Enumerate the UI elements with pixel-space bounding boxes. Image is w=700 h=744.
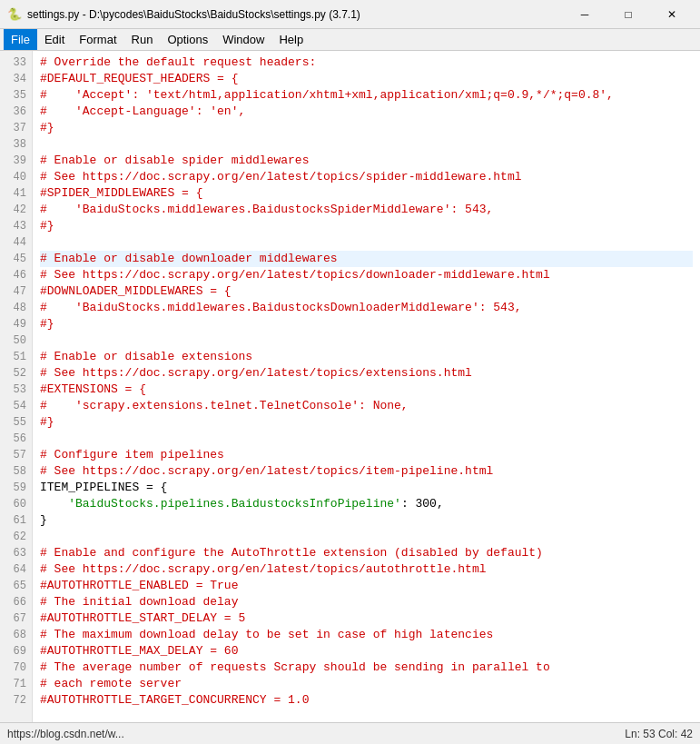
line-number: 65 [4,578,26,594]
code-line [40,136,693,153]
code-line: # Enable or disable downloader middlewar… [40,251,693,267]
code-line: # Enable or disable extensions [40,349,693,365]
code-line: #AUTOTHROTTLE_TARGET_CONCURRENCY = 1.0 [40,692,693,709]
line-number: 71 [4,676,26,692]
code-line: #} [40,120,693,136]
code-line: # 'Accept': 'text/html,application/xhtml… [40,87,693,104]
code-line: # See https://doc.scrapy.org/en/latest/t… [40,267,693,283]
code-line [40,332,693,349]
code-line: # See https://doc.scrapy.org/en/latest/t… [40,365,693,382]
line-number: 58 [4,463,26,480]
line-number: 63 [4,545,26,561]
line-number: 48 [4,300,26,316]
code-line: #AUTOTHROTTLE_ENABLED = True [40,578,693,594]
line-number: 56 [4,431,26,447]
line-number: 51 [4,349,26,365]
line-number: 57 [4,447,26,463]
code-line: #DEFAULT_REQUEST_HEADERS = { [40,71,693,87]
line-number: 55 [4,414,26,431]
line-number: 67 [4,610,26,627]
window-controls: ─ □ ✕ [564,0,693,29]
line-number: 37 [4,120,26,136]
menu-window[interactable]: Window [215,29,271,50]
menu-help[interactable]: Help [271,29,311,50]
code-line: # 'scrapy.extensions.telnet.TelnetConsol… [40,398,693,414]
line-number: 50 [4,332,26,349]
line-number: 54 [4,398,26,414]
code-line: # Configure item pipelines [40,447,693,463]
menu-edit[interactable]: Edit [37,29,72,50]
line-number: 62 [4,529,26,545]
code-line: #SPIDER_MIDDLEWARES = { [40,185,693,202]
code-line: # See https://doc.scrapy.org/en/latest/t… [40,463,693,480]
line-number: 53 [4,382,26,398]
code-line: #} [40,316,693,332]
code-line: #} [40,414,693,431]
line-number: 33 [4,55,26,71]
code-line: ITEM_PIPELINES = { [40,480,693,496]
code-line: 'BaiduStocks.pipelines.BaidustocksInfoPi… [40,496,693,512]
code-line [40,234,693,251]
close-button[interactable]: ✕ [651,0,693,29]
menu-options[interactable]: Options [160,29,215,50]
code-line: # See https://doc.scrapy.org/en/latest/t… [40,169,693,185]
title-bar: 🐍 settings.py - D:\pycodes\BaiduStocks\B… [0,0,700,29]
code-line [40,529,693,545]
line-number: 44 [4,234,26,251]
line-number: 49 [4,316,26,332]
title-text: settings.py - D:\pycodes\BaiduStocks\Bai… [27,8,564,21]
line-number: 72 [4,692,26,709]
editor-container: 3334353637383940414243444546474849505152… [0,51,700,722]
line-number: 36 [4,104,26,120]
line-number: 39 [4,153,26,169]
line-number: 40 [4,169,26,185]
code-line: # Override the default request headers: [40,55,693,71]
status-position: Ln: 53 Col: 42 [625,728,693,740]
code-line: # 'BaiduStocks.middlewares.BaidustocksDo… [40,300,693,316]
line-number: 34 [4,71,26,87]
line-number: 64 [4,561,26,578]
line-number: 60 [4,496,26,512]
minimize-button[interactable]: ─ [564,0,606,29]
menu-run[interactable]: Run [124,29,161,50]
app-icon: 🐍 [7,7,22,22]
code-line: # The maximum download delay to be set i… [40,627,693,643]
line-number: 59 [4,480,26,496]
code-line: # 'Accept-Language': 'en', [40,104,693,120]
menu-file[interactable]: File [4,29,37,50]
line-number: 70 [4,660,26,676]
line-number: 43 [4,218,26,234]
line-number: 42 [4,202,26,218]
line-number: 68 [4,627,26,643]
code-line [40,431,693,447]
code-line: #EXTENSIONS = { [40,382,693,398]
status-bar: https://blog.csdn.net/w... Ln: 53 Col: 4… [0,722,700,744]
line-number: 45 [4,251,26,267]
status-url: https://blog.csdn.net/w... [7,728,124,740]
line-number: 46 [4,267,26,283]
menu-format[interactable]: Format [72,29,123,50]
maximize-button[interactable]: □ [607,0,649,29]
code-line: # Enable and configure the AutoThrottle … [40,545,693,561]
code-line: #AUTOTHROTTLE_START_DELAY = 5 [40,610,693,627]
code-line: #DOWNLOADER_MIDDLEWARES = { [40,283,693,300]
line-number: 38 [4,136,26,153]
code-line: #} [40,218,693,234]
code-line: # The average number of requests Scrapy … [40,660,693,676]
code-line: #AUTOTHROTTLE_MAX_DELAY = 60 [40,643,693,660]
code-line: # each remote server [40,676,693,692]
menu-bar: File Edit Format Run Options Window Help [0,29,700,51]
line-number: 41 [4,185,26,202]
code-line: # Enable or disable spider middlewares [40,153,693,169]
code-line: # See https://doc.scrapy.org/en/latest/t… [40,561,693,578]
code-editor[interactable]: # Override the default request headers:#… [33,51,700,722]
line-number: 47 [4,283,26,300]
line-number: 52 [4,365,26,382]
code-line: } [40,512,693,529]
line-number: 61 [4,512,26,529]
line-number: 35 [4,87,26,104]
code-line: # 'BaiduStocks.middlewares.BaidustocksSp… [40,202,693,218]
line-number: 66 [4,594,26,610]
code-line: # The initial download delay [40,594,693,610]
line-numbers: 3334353637383940414243444546474849505152… [0,51,33,722]
